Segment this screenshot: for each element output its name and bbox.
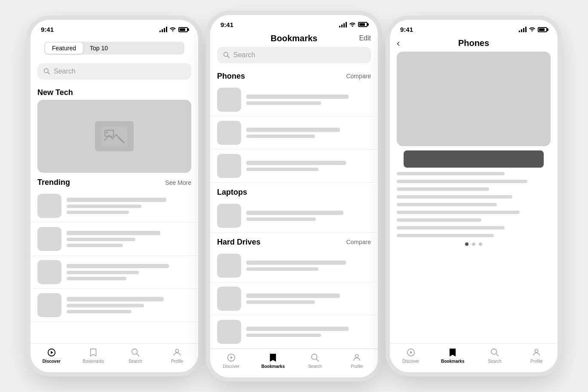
see-more-button[interactable]: See More: [165, 179, 191, 186]
tab-search[interactable]: Search: [114, 347, 156, 364]
list-item[interactable]: [31, 190, 198, 223]
detail-line: [397, 187, 489, 191]
detail-hero-image: [397, 52, 551, 146]
status-time-2: 9:41: [220, 21, 233, 28]
tab-search-3[interactable]: Search: [474, 347, 516, 364]
detail-scroll[interactable]: [390, 48, 557, 343]
trending-header: Trending See More: [31, 173, 198, 190]
dot-3: [479, 242, 482, 246]
item-line-1: [67, 198, 166, 202]
item-line-2: [67, 271, 139, 274]
list-item[interactable]: [210, 83, 378, 116]
item-lines: [246, 211, 371, 221]
svg-marker-18: [410, 351, 413, 354]
tab-bookmarks-label-2: Bookmarks: [261, 364, 285, 369]
tab-profile-label-3: Profile: [530, 359, 542, 364]
tab-profile-2[interactable]: Profile: [336, 352, 378, 369]
list-item[interactable]: [210, 315, 378, 349]
phones-compare-button[interactable]: Compare: [346, 73, 371, 80]
list-item[interactable]: [31, 256, 198, 289]
item-lines: [246, 260, 371, 271]
list-item[interactable]: [210, 199, 378, 233]
item-line: [246, 334, 321, 337]
phone-discover: 9:41 Featured Top 10 Search: [31, 20, 198, 372]
tab-bookmarks-3[interactable]: Bookmarks: [432, 347, 474, 364]
item-thumb: [217, 254, 241, 278]
hero-placeholder: [95, 121, 134, 151]
item-thumb: [217, 320, 241, 344]
battery-icon-1: [178, 27, 188, 32]
list-item[interactable]: [31, 289, 198, 322]
svg-marker-6: [51, 351, 53, 354]
tab-profile-label-1: Profile: [171, 359, 183, 364]
item-line-2: [67, 304, 144, 307]
segment-top10[interactable]: Top 10: [83, 43, 115, 54]
tab-bar-2: Discover Bookmarks Search Profile: [210, 349, 378, 377]
tab-discover-3[interactable]: Discover: [390, 347, 432, 364]
trending-title: Trending: [37, 178, 70, 187]
list-item[interactable]: [31, 223, 198, 256]
bookmarks-screen: Bookmarks Edit Search Phones Compare: [210, 32, 378, 377]
dot-2: [472, 242, 475, 246]
tab-discover-label: Discover: [43, 359, 61, 364]
status-icons-2: [339, 21, 368, 28]
search-icon-2: [223, 52, 230, 58]
item-thumb: [217, 88, 241, 112]
tab-bookmarks-2[interactable]: Bookmarks: [252, 352, 294, 369]
tab-discover-2[interactable]: Discover: [210, 352, 252, 369]
status-bar-3: 9:41: [390, 20, 557, 37]
item-line: [246, 327, 349, 331]
list-item[interactable]: [210, 150, 378, 183]
profile-icon-3: [531, 347, 542, 358]
tab-search-label-1: Search: [129, 359, 142, 364]
item-line: [246, 267, 318, 271]
tab-bookmarks[interactable]: Bookmarks: [73, 347, 115, 364]
item-line: [246, 135, 315, 138]
hard-drives-compare-button[interactable]: Compare: [346, 239, 371, 245]
discover-icon: [46, 347, 57, 358]
segment-featured[interactable]: Featured: [45, 43, 83, 54]
search-tab-icon-3: [490, 347, 500, 358]
detail-line: [397, 211, 520, 214]
dot-1: [465, 242, 469, 246]
edit-button[interactable]: Edit: [359, 34, 371, 42]
discover-icon-3: [406, 347, 416, 358]
image-icon: [101, 127, 127, 146]
item-line-3: [67, 211, 129, 214]
detail-title: Phones: [458, 38, 489, 48]
status-time-3: 9:41: [400, 26, 413, 33]
item-line: [246, 95, 349, 99]
item-line-3: [67, 244, 123, 247]
tab-discover[interactable]: Discover: [31, 347, 73, 364]
discover-scroll[interactable]: New Tech Trending See More: [31, 83, 198, 343]
profile-icon-2: [352, 352, 362, 363]
tab-profile-3[interactable]: Profile: [516, 347, 558, 364]
detail-line: [397, 218, 481, 222]
tab-search-2[interactable]: Search: [294, 352, 336, 369]
wifi-icon-3: [529, 26, 536, 33]
item-line-1: [67, 297, 164, 301]
bookmarks-icon-3: [447, 347, 458, 358]
phones-category-title: Phones: [217, 72, 245, 81]
item-line-1: [67, 231, 160, 235]
search-bar-1[interactable]: Search: [37, 63, 191, 80]
bookmarks-scroll[interactable]: Phones Compare: [210, 67, 378, 349]
search-tab-icon-2: [310, 352, 320, 363]
battery-icon-3: [538, 27, 547, 32]
list-item[interactable]: [210, 116, 378, 150]
item-line-3: [67, 310, 132, 313]
detail-line: [397, 203, 497, 206]
search-bar-2[interactable]: Search: [217, 47, 371, 63]
item-line-1: [67, 264, 169, 268]
tab-profile[interactable]: Profile: [156, 347, 199, 364]
item-line: [246, 168, 318, 171]
list-item[interactable]: [210, 249, 378, 282]
back-button[interactable]: ‹: [397, 38, 400, 49]
tab-discover-label-3: Discover: [402, 359, 419, 364]
item-line-3: [67, 277, 126, 280]
status-time-1: 9:41: [41, 26, 54, 33]
wifi-icon-1: [169, 26, 176, 33]
item-lines: [246, 95, 371, 105]
svg-line-11: [227, 56, 229, 58]
list-item[interactable]: [210, 282, 378, 315]
